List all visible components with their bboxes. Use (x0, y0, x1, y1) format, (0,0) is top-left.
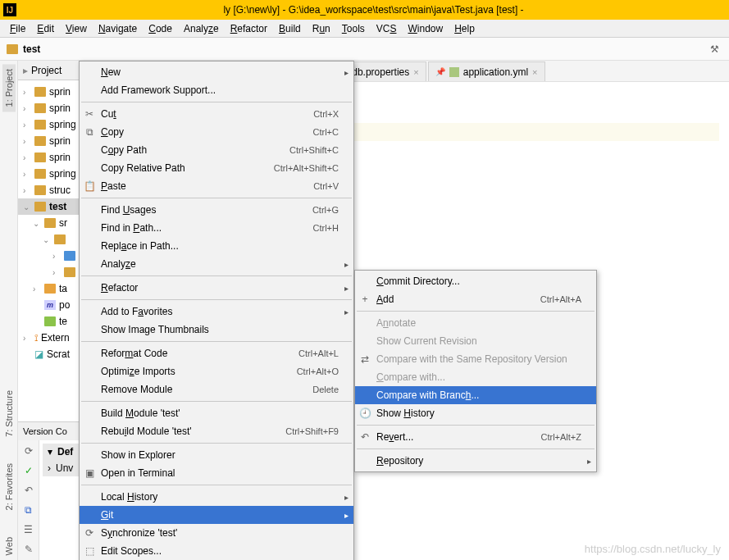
tool-structure[interactable]: 7: Structure (2, 385, 16, 442)
project-breadcrumb[interactable]: test (23, 43, 40, 55)
menu-navigate[interactable]: Navigate (93, 21, 142, 36)
menu-show-in-explorer[interactable]: Show in Explorer (80, 446, 353, 464)
menu-paste[interactable]: 📋PasteCtrl+V (80, 177, 353, 195)
menu-git-add[interactable]: +AddCtrl+Alt+A (355, 290, 596, 308)
folder-icon (7, 44, 18, 54)
menu-reformat[interactable]: Reformat CodeCtrl+Alt+L (80, 344, 353, 362)
menu-compare-with-branch[interactable]: Compare with Branch... (355, 386, 596, 404)
navigation-bar: test ⚒ (0, 38, 729, 61)
tool-project[interactable]: 1: Project (2, 64, 16, 112)
menu-repository[interactable]: Repository▸ (355, 452, 596, 470)
menu-find-usages[interactable]: Find UsagesCtrl+G (80, 201, 353, 219)
menu-edit[interactable]: Edit (32, 21, 59, 36)
menu-view[interactable]: View (61, 21, 92, 36)
close-icon[interactable]: × (413, 67, 418, 77)
build-button[interactable]: ⚒ (706, 41, 722, 57)
sync-icon: ⟳ (84, 527, 95, 539)
pin-icon: 📌 (435, 67, 445, 76)
collapse-icon[interactable]: ▸ (23, 65, 28, 76)
menu-add-framework[interactable]: Add Framework Support... (80, 81, 353, 99)
menu-refactor[interactable]: Refactor (226, 21, 272, 36)
menu-help[interactable]: Help (449, 21, 480, 36)
menu-copy-relative-path[interactable]: Copy Relative PathCtrl+Alt+Shift+C (80, 159, 353, 177)
menu-run[interactable]: Run (308, 21, 335, 36)
window-title: ly [G:\new\ly] - G:\idea_workspace\test\… (21, 4, 726, 16)
menu-window[interactable]: Window (403, 21, 448, 36)
tool-favorites[interactable]: 2: Favorites (2, 458, 16, 515)
menu-copy[interactable]: ⧉CopyCtrl+C (80, 123, 353, 141)
left-tool-strip: 1: Project 7: Structure 2: Favorites Web (0, 61, 18, 560)
menu-optimize-imports[interactable]: Optimize ImportsCtrl+Alt+O (80, 362, 353, 380)
tab-application-yml[interactable]: 📌application.yml× (428, 61, 545, 81)
cut-icon: ✂ (84, 108, 95, 120)
menu-analyze[interactable]: Analyze▸ (80, 255, 353, 273)
history-icon: 🕘 (359, 407, 371, 419)
terminal-icon: ▣ (84, 467, 95, 479)
vc-changelist-icon[interactable]: ☰ (21, 522, 36, 537)
menu-build[interactable]: Build (274, 21, 306, 36)
menu-local-history[interactable]: Local History▸ (80, 488, 353, 506)
copy-icon: ⧉ (84, 126, 95, 138)
menu-open-terminal[interactable]: ▣Open in Terminal (80, 464, 353, 482)
vc-refresh-icon[interactable]: ⟳ (21, 444, 36, 458)
compare-icon: ⇄ (359, 353, 371, 365)
menu-git[interactable]: Git▸ (80, 506, 353, 524)
menu-find-in-path[interactable]: Find in Path...Ctrl+H (80, 219, 353, 237)
menu-show-history[interactable]: 🕘Show History (355, 404, 596, 422)
menu-refactor[interactable]: Refactor▸ (80, 279, 353, 297)
revert-icon: ↶ (359, 431, 371, 443)
menu-tools[interactable]: Tools (337, 21, 370, 36)
menu-show-current-revision: Show Current Revision (355, 332, 596, 350)
menu-annotate: Annotate (355, 314, 596, 332)
titlebar: IJ ly [G:\new\ly] - G:\idea_workspace\te… (0, 0, 729, 20)
context-menu-git: Commit Directory... +AddCtrl+Alt+A Annot… (354, 270, 597, 472)
menu-rebuild-module[interactable]: Rebuild Module 'test'Ctrl+Shift+F9 (80, 422, 353, 440)
watermark: https://blog.csdn.net/lucky_ly (585, 543, 721, 555)
menu-revert[interactable]: ↶Revert...Ctrl+Alt+Z (355, 428, 596, 446)
paste-icon: 📋 (84, 180, 95, 192)
vc-shelve-icon[interactable]: ✎ (21, 542, 36, 557)
vc-toolbar: ⟳ ✓ ↶ ⧉ ☰ ✎ (18, 440, 39, 560)
tool-web[interactable]: Web (2, 532, 16, 560)
menu-commit-dir[interactable]: Commit Directory... (355, 272, 596, 290)
menu-file[interactable]: File (5, 21, 30, 36)
context-menu-main: New▸ Add Framework Support... ✂CutCtrl+X… (79, 61, 354, 560)
menu-cut[interactable]: ✂CutCtrl+X (80, 105, 353, 123)
scopes-icon: ⬚ (84, 545, 95, 557)
menu-copy-path[interactable]: Copy PathCtrl+Shift+C (80, 141, 353, 159)
menu-edit-scopes[interactable]: ⬚Edit Scopes... (80, 542, 353, 560)
menu-analyze[interactable]: Analyze (179, 21, 224, 36)
vc-commit-icon[interactable]: ✓ (21, 463, 36, 478)
menu-compare-same-repo: ⇄Compare with the Same Repository Versio… (355, 350, 596, 368)
menu-code[interactable]: Code (144, 21, 177, 36)
vc-revert-icon[interactable]: ↶ (21, 483, 36, 498)
menu-replace-in-path[interactable]: Replace in Path... (80, 237, 353, 255)
close-icon[interactable]: × (532, 67, 537, 77)
menu-show-thumbnails[interactable]: Show Image Thumbnails (80, 321, 353, 339)
plus-icon: + (359, 294, 371, 305)
menu-new[interactable]: New▸ (80, 63, 353, 81)
intellij-icon: IJ (3, 3, 16, 16)
menu-synchronize[interactable]: ⟳Synchronize 'test' (80, 524, 353, 542)
menu-build-module[interactable]: Build Module 'test' (80, 404, 353, 422)
vc-diff-icon[interactable]: ⧉ (21, 503, 36, 517)
menu-compare-with: Compare with... (355, 368, 596, 386)
menu-add-favorites[interactable]: Add to Favorites▸ (80, 303, 353, 321)
menubar: File Edit View Navigate Code Analyze Ref… (0, 20, 729, 38)
menu-remove-module[interactable]: Remove ModuleDelete (80, 380, 353, 398)
menu-vcs[interactable]: VCS (371, 21, 402, 36)
